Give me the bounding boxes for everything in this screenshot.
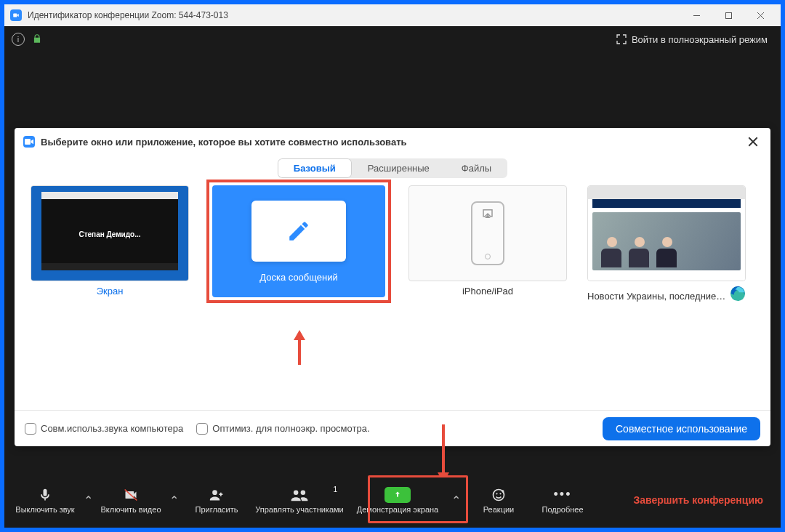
svg-point-12 — [301, 490, 306, 495]
toolbar-label: Демонстрация экрана — [357, 505, 438, 514]
share-screen-button[interactable]: Демонстрация экрана — [350, 487, 445, 514]
share-tabs: Базовый Расширенные Файлы — [15, 158, 770, 178]
zoom-logo-icon — [10, 9, 22, 21]
optimize-fullscreen-checkbox[interactable]: Оптимиз. для полноэкр. просмотра. — [196, 423, 369, 435]
svg-rect-0 — [13, 14, 17, 17]
share-screen-icon — [385, 487, 411, 503]
fullscreen-label: Войти в полноэкранный режим — [632, 34, 768, 45]
close-window-button[interactable] — [744, 4, 776, 26]
pen-icon — [286, 219, 311, 243]
end-meeting-button[interactable]: Завершить конференцию — [624, 494, 772, 506]
toolbar-label: Реакции — [483, 505, 515, 514]
share-option-screen[interactable]: Степан Демидо... Экран — [31, 185, 189, 302]
checkbox-icon — [196, 423, 208, 435]
share-option-caption: Экран — [97, 286, 124, 297]
checkbox-label: Оптимиз. для полноэкр. просмотра. — [212, 423, 369, 434]
screen-thumbnail: Степан Демидо... — [31, 185, 189, 281]
toolbar-label: Пригласить — [196, 505, 238, 514]
airplay-icon — [481, 207, 494, 220]
share-options-button[interactable]: ⌃ — [445, 493, 467, 507]
zoom-window: Идентификатор конференции Zoom: 544-473-… — [4, 4, 781, 528]
share-computer-audio-checkbox[interactable]: Совм.использ.звука компьютера — [25, 423, 183, 435]
window-title: Идентификатор конференции Zoom: 544-473-… — [28, 10, 680, 20]
svg-point-15 — [499, 493, 501, 494]
share-option-iphone-ipad[interactable]: iPhone/iPad — [408, 185, 567, 302]
mini-participant-name: Степан Демидо... — [41, 230, 178, 238]
annotation-arrow-up-icon — [294, 330, 305, 340]
share-options-grid: Степан Демидо... Экран — [15, 185, 770, 410]
chevron-up-icon: ⌃ — [169, 493, 179, 507]
more-button[interactable]: ••• Подробнее — [531, 487, 595, 514]
share-option-news-window[interactable]: Новости Украины, последние н... — [587, 185, 746, 302]
meeting-area: i Войти в полноэкранный режим Выберите о… — [4, 26, 781, 528]
microphone-icon — [38, 488, 52, 502]
share-option-caption: Новости Украины, последние н... — [587, 291, 727, 302]
toolbar-label: Подробнее — [542, 505, 583, 514]
tab-basic[interactable]: Базовый — [278, 158, 352, 178]
reactions-icon — [491, 488, 506, 502]
toolbar-label: Управлять участниками — [255, 505, 343, 514]
video-off-icon — [122, 488, 140, 502]
share-screen-dialog: Выберите окно или приложение, которое вы… — [15, 128, 770, 446]
minimize-button[interactable] — [680, 4, 712, 26]
enter-fullscreen-button[interactable]: Войти в полноэкранный режим — [610, 31, 773, 48]
chevron-up-icon: ⌃ — [451, 493, 461, 507]
start-video-button[interactable]: Включить видео — [99, 487, 163, 514]
svg-point-11 — [294, 490, 299, 495]
invite-icon — [208, 488, 225, 502]
chevron-up-icon: ⌃ — [84, 493, 93, 507]
svg-rect-2 — [725, 12, 731, 18]
tab-files[interactable]: Файлы — [446, 158, 507, 178]
svg-point-10 — [212, 490, 217, 495]
audio-options-button[interactable]: ⌃ — [77, 493, 99, 507]
svg-rect-5 — [25, 139, 31, 145]
share-dialog-close-button[interactable] — [744, 133, 762, 150]
toolbar-label: Выключить звук — [15, 505, 74, 514]
share-option-whiteboard[interactable]: Доска сообщений — [209, 185, 388, 302]
share-dialog-title: Выберите окно или приложение, которое вы… — [41, 137, 744, 148]
invite-button[interactable]: Пригласить — [185, 487, 249, 514]
info-icon[interactable]: i — [12, 33, 25, 46]
titlebar: Идентификатор конференции Zoom: 544-473-… — [4, 4, 781, 26]
more-icon: ••• — [554, 487, 572, 503]
meeting-toolbar: Выключить звук ⌃ Включить видео ⌃ Пригла… — [9, 477, 776, 523]
edge-browser-icon — [730, 286, 746, 302]
maximize-button[interactable] — [712, 4, 744, 26]
video-options-button[interactable]: ⌃ — [163, 493, 185, 507]
toolbar-label: Включить видео — [100, 505, 161, 514]
share-button[interactable]: Совместное использование — [603, 417, 760, 440]
encryption-lock-icon[interactable] — [32, 33, 42, 46]
share-option-caption: iPhone/iPad — [462, 286, 513, 297]
checkbox-label: Совм.использ.звука компьютера — [41, 423, 183, 434]
participants-count-badge: 1 — [333, 485, 337, 493]
iphone-thumbnail — [408, 185, 567, 281]
share-dialog-footer: Совм.использ.звука компьютера Оптимиз. д… — [15, 410, 770, 446]
reactions-button[interactable]: Реакции — [467, 487, 531, 514]
whiteboard-thumbnail: Доска сообщений — [212, 185, 385, 297]
participants-icon — [290, 488, 309, 502]
meeting-topbar: i Войти в полноэкранный режим — [4, 26, 781, 52]
zoom-logo-icon — [23, 136, 35, 148]
share-option-caption: Доска сообщений — [259, 272, 338, 283]
manage-participants-button[interactable]: 1 Управлять участниками — [249, 487, 350, 514]
mute-button[interactable]: Выключить звук — [13, 487, 77, 514]
highlight-box: Доска сообщений — [206, 180, 391, 303]
tab-advanced[interactable]: Расширенные — [352, 158, 446, 178]
svg-point-14 — [496, 493, 497, 494]
checkbox-icon — [25, 423, 36, 435]
news-thumbnail — [587, 185, 746, 281]
share-dialog-header: Выберите окно или приложение, которое вы… — [15, 128, 770, 156]
